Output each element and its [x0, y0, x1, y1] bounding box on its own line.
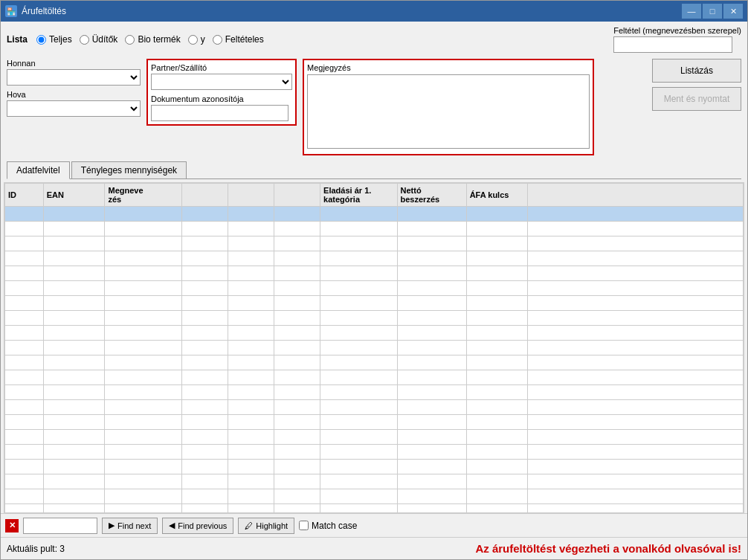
- match-case-label[interactable]: Match case: [312, 521, 357, 531]
- table-cell: [320, 460, 397, 474]
- radio-teljes: Teljes: [36, 34, 72, 45]
- radio-feltételes-input[interactable]: [213, 35, 222, 45]
- table-cell: [43, 236, 105, 251]
- table-row[interactable]: [5, 400, 744, 415]
- col-netto: Nettóbeszerzés: [397, 184, 466, 207]
- table-cell: [320, 266, 397, 281]
- table-row[interactable]: [5, 504, 744, 514]
- radio-uditok-input[interactable]: [80, 35, 89, 45]
- partner-select[interactable]: [151, 74, 292, 90]
- table-row[interactable]: [5, 430, 744, 445]
- table-cell: [528, 222, 744, 236]
- honnan-select[interactable]: [7, 69, 141, 86]
- table-cell: [43, 400, 105, 415]
- radio-uditok-label[interactable]: Üdítők: [92, 34, 118, 45]
- table-row[interactable]: [5, 281, 744, 296]
- table-cell: [274, 207, 320, 222]
- hova-select[interactable]: [7, 100, 141, 117]
- table-cell: [43, 251, 105, 266]
- table-row[interactable]: [5, 445, 744, 460]
- table-cell: [397, 385, 466, 400]
- table-cell: [43, 474, 105, 489]
- table-row[interactable]: [5, 341, 744, 355]
- minimize-button[interactable]: —: [682, 4, 701, 19]
- match-case-checkbox[interactable]: [299, 521, 309, 530]
- search-input[interactable]: [23, 518, 97, 534]
- table-cell: [43, 370, 105, 385]
- table-cell: [43, 311, 105, 326]
- content-area: Lista Teljes Üdítők Bio termék y: [1, 22, 747, 559]
- table-row[interactable]: [5, 207, 744, 222]
- radio-y-input[interactable]: [188, 35, 198, 45]
- table-row[interactable]: [5, 474, 744, 489]
- table-cell: [43, 326, 105, 341]
- radio-feltételes: Feltételes: [213, 34, 264, 45]
- find-next-button[interactable]: ▶ Find next: [102, 518, 158, 534]
- radio-y-label[interactable]: y: [201, 34, 205, 45]
- table-row[interactable]: [5, 236, 744, 251]
- table-cell: [397, 355, 466, 370]
- radio-feltételes-label[interactable]: Feltételes: [225, 34, 264, 45]
- doc-input[interactable]: [151, 105, 288, 121]
- table-cell: [181, 326, 228, 341]
- table-cell: [466, 222, 528, 236]
- table-row[interactable]: [5, 266, 744, 281]
- doc-group: Dokumentum azonosítója: [151, 94, 292, 121]
- megjegyzes-textarea[interactable]: [307, 74, 590, 149]
- table-row[interactable]: [5, 415, 744, 430]
- table-cell: [397, 251, 466, 266]
- table-cell: [181, 311, 228, 326]
- table-cell: [274, 385, 320, 400]
- close-button[interactable]: ✕: [723, 4, 743, 19]
- table-row[interactable]: [5, 296, 744, 311]
- search-error-button[interactable]: ✕: [5, 519, 19, 532]
- table-cell: [528, 207, 744, 222]
- table-row[interactable]: [5, 311, 744, 326]
- radio-teljes-input[interactable]: [36, 35, 46, 45]
- table-cell: [228, 489, 274, 504]
- table-cell: [228, 370, 274, 385]
- table-row[interactable]: [5, 385, 744, 400]
- table-cell: [181, 355, 228, 370]
- radio-bio-label[interactable]: Bio termék: [138, 34, 180, 45]
- table-cell: [5, 222, 44, 236]
- table-row[interactable]: [5, 370, 744, 385]
- tabs-row: Adatfelvitel Tényleges mennyiségek: [7, 161, 741, 179]
- table-cell: [5, 430, 44, 445]
- table-cell: [274, 489, 320, 504]
- table-cell: [105, 474, 181, 489]
- col-afa: ÁFA kulcs: [466, 184, 528, 207]
- table-cell: [528, 445, 744, 460]
- find-next-icon: ▶: [109, 521, 115, 530]
- tab-adatfelvitel[interactable]: Adatfelvitel: [7, 161, 70, 179]
- table-row[interactable]: [5, 251, 744, 266]
- table-row[interactable]: [5, 222, 744, 236]
- radio-bio-input[interactable]: [125, 35, 135, 45]
- lista-label: Lista: [7, 34, 29, 45]
- highlight-button[interactable]: 🖊 Highlight: [238, 518, 294, 534]
- tab-tenyleges[interactable]: Tényleges mennyiségek: [71, 161, 187, 178]
- table-container[interactable]: ID EAN Megnevezés Eladási ár 1.kategória…: [4, 182, 744, 513]
- table-cell: [181, 415, 228, 430]
- table-cell: [228, 430, 274, 445]
- table-cell: [181, 445, 228, 460]
- table-cell: [105, 326, 181, 341]
- find-previous-button[interactable]: ◀ Find previous: [162, 518, 233, 534]
- radio-teljes-label[interactable]: Teljes: [49, 34, 72, 45]
- table-row[interactable]: [5, 489, 744, 504]
- col-6: [274, 184, 320, 207]
- maximize-button[interactable]: □: [703, 4, 722, 19]
- table-row[interactable]: [5, 326, 744, 341]
- table-cell: [105, 341, 181, 355]
- listazas-button[interactable]: Listázás: [652, 59, 741, 83]
- table-cell: [181, 296, 228, 311]
- table-row[interactable]: [5, 460, 744, 474]
- ment-nyomtat-button[interactable]: Ment és nyomtat: [652, 87, 741, 111]
- table-cell: [320, 341, 397, 355]
- table-cell: [274, 445, 320, 460]
- feltetel-input[interactable]: [613, 36, 732, 53]
- table-cell: [105, 445, 181, 460]
- table-body: [5, 207, 744, 514]
- table-cell: [466, 207, 528, 222]
- table-row[interactable]: [5, 355, 744, 370]
